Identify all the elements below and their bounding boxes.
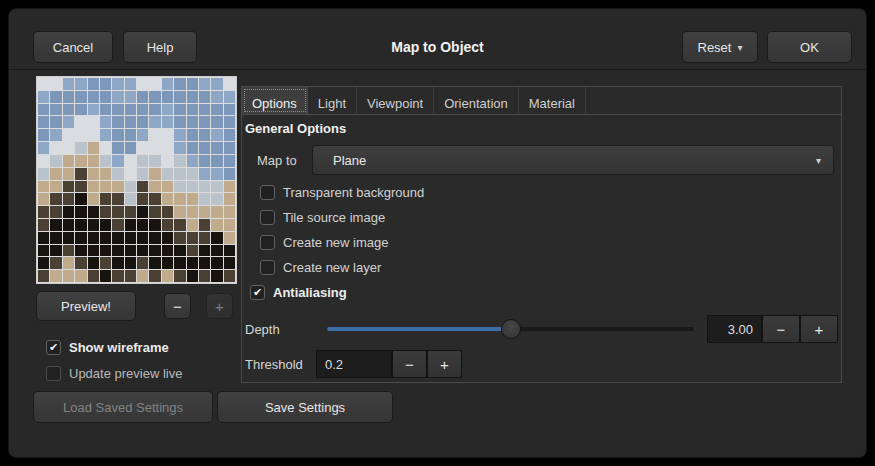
- preview-cell: [112, 181, 123, 193]
- depth-decrement-button[interactable]: −: [762, 315, 800, 343]
- preview-cell: [38, 168, 49, 180]
- preview-cell: [162, 104, 173, 116]
- depth-value-field[interactable]: 3.00: [707, 315, 762, 343]
- preview-cell: [224, 155, 235, 167]
- preview-cell: [211, 270, 222, 282]
- preview-cell: [199, 142, 210, 154]
- preview-cell: [199, 232, 210, 244]
- save-settings-button[interactable]: Save Settings: [217, 391, 393, 423]
- show-wireframe-checkbox[interactable]: ✔: [46, 340, 61, 355]
- create-new-layer-row[interactable]: Create new layer: [260, 260, 381, 275]
- reset-button-label: Reset: [698, 40, 732, 55]
- map-to-dropdown[interactable]: Plane ▾: [312, 145, 834, 175]
- preview-cell: [149, 193, 160, 205]
- tab-material[interactable]: Material: [519, 87, 586, 114]
- preview-cell: [38, 116, 49, 128]
- threshold-increment-button[interactable]: +: [427, 350, 462, 378]
- preview-cell: [63, 91, 74, 103]
- preview-cell: [100, 232, 111, 244]
- update-preview-live-checkbox[interactable]: [46, 366, 61, 381]
- tile-source-image-checkbox[interactable]: [260, 210, 275, 225]
- preview-cell: [224, 181, 235, 193]
- update-preview-live-row[interactable]: Update preview live: [46, 366, 182, 381]
- preview-cell: [174, 193, 185, 205]
- tab-options[interactable]: Options: [242, 87, 308, 114]
- preview-cell: [50, 129, 61, 141]
- preview-cell: [112, 219, 123, 231]
- transparent-background-row[interactable]: Transparent background: [260, 185, 424, 200]
- zoom-in-button[interactable]: +: [206, 293, 233, 319]
- preview-cell: [112, 193, 123, 205]
- preview-cell: [125, 270, 136, 282]
- dialog-header: Cancel Help Map to Object Reset ▾ OK: [9, 9, 866, 70]
- tab-orientation[interactable]: Orientation: [434, 87, 519, 114]
- preview-cell: [50, 181, 61, 193]
- antialiasing-checkbox[interactable]: ✔: [250, 285, 265, 300]
- preview-cell: [174, 155, 185, 167]
- tab-viewpoint[interactable]: Viewpoint: [357, 87, 434, 114]
- preview-cell: [149, 91, 160, 103]
- preview-cell: [224, 232, 235, 244]
- depth-slider[interactable]: [327, 327, 694, 331]
- chevron-down-icon: ▾: [816, 155, 821, 166]
- preview-cell: [75, 155, 86, 167]
- preview-cell: [149, 168, 160, 180]
- transparent-background-checkbox[interactable]: [260, 185, 275, 200]
- preview-cell: [187, 219, 198, 231]
- preview-cell: [187, 232, 198, 244]
- preview-cell: [125, 78, 136, 90]
- preview-cell: [63, 116, 74, 128]
- chevron-down-icon: ▾: [737, 42, 742, 53]
- preview-cell: [112, 168, 123, 180]
- preview-cell: [224, 91, 235, 103]
- map-to-value: Plane: [333, 153, 816, 168]
- preview-cell: [137, 181, 148, 193]
- preview-button[interactable]: Preview!: [36, 291, 136, 321]
- preview-cell: [125, 104, 136, 116]
- tile-source-image-row[interactable]: Tile source image: [260, 210, 385, 225]
- preview-cell: [187, 104, 198, 116]
- preview-cell: [63, 206, 74, 218]
- load-saved-settings-button[interactable]: Load Saved Settings: [33, 391, 213, 423]
- create-new-image-label: Create new image: [283, 235, 389, 250]
- create-new-image-row[interactable]: Create new image: [260, 235, 389, 250]
- preview-cell: [224, 245, 235, 257]
- preview-cell: [211, 155, 222, 167]
- show-wireframe-row[interactable]: ✔ Show wireframe: [46, 340, 169, 355]
- general-options-heading: General Options: [245, 121, 346, 136]
- threshold-value-field[interactable]: 0.2: [316, 350, 392, 378]
- create-new-image-checkbox[interactable]: [260, 235, 275, 250]
- preview-cell: [100, 155, 111, 167]
- load-saved-settings-label: Load Saved Settings: [63, 400, 183, 415]
- preview-cell: [38, 78, 49, 90]
- preview-cell: [100, 104, 111, 116]
- preview-image[interactable]: [36, 76, 237, 284]
- preview-cell: [174, 129, 185, 141]
- check-icon: ✔: [253, 287, 262, 298]
- preview-cell: [174, 206, 185, 218]
- preview-cell: [211, 104, 222, 116]
- zoom-out-button[interactable]: −: [164, 293, 191, 319]
- depth-slider-fill: [327, 327, 511, 331]
- tab-light[interactable]: Light: [308, 87, 357, 114]
- preview-cell: [199, 245, 210, 257]
- preview-cell: [199, 193, 210, 205]
- threshold-decrement-button[interactable]: −: [392, 350, 427, 378]
- ok-button-label: OK: [800, 40, 819, 55]
- preview-cell: [38, 245, 49, 257]
- preview-cell: [187, 116, 198, 128]
- preview-cell: [75, 232, 86, 244]
- map-to-object-dialog: Cancel Help Map to Object Reset ▾ OK Pre…: [8, 8, 867, 458]
- preview-cell: [50, 232, 61, 244]
- antialiasing-row[interactable]: ✔ Antialiasing: [250, 285, 347, 300]
- depth-slider-handle[interactable]: [501, 319, 521, 339]
- depth-increment-button[interactable]: +: [800, 315, 838, 343]
- preview-cell: [211, 219, 222, 231]
- reset-button[interactable]: Reset ▾: [682, 31, 758, 63]
- create-new-layer-checkbox[interactable]: [260, 260, 275, 275]
- preview-cell: [224, 219, 235, 231]
- preview-cell: [149, 142, 160, 154]
- preview-cell: [224, 206, 235, 218]
- preview-cell: [137, 232, 148, 244]
- ok-button[interactable]: OK: [767, 31, 852, 63]
